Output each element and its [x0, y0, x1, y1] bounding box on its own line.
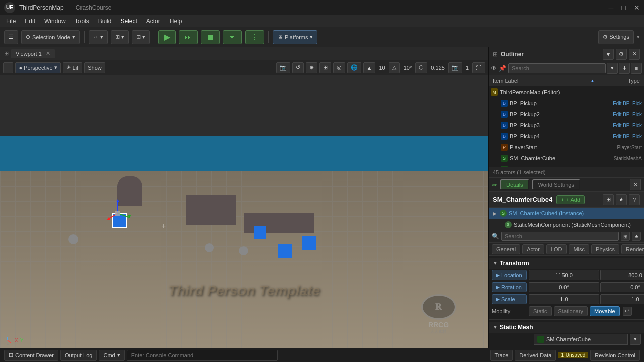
edit-link-bp1[interactable]: Edit BP_Pick — [613, 101, 642, 106]
details-help-btn[interactable]: ? — [629, 194, 640, 205]
outliner-settings-btn[interactable]: ⚙ — [616, 49, 627, 60]
platforms-button[interactable]: 🖥 Platforms ▾ — [273, 30, 317, 44]
camera-icon-btn[interactable]: 📷 — [276, 62, 290, 73]
show-button[interactable]: Show — [84, 62, 105, 73]
filter-misc-btn[interactable]: Misc — [569, 244, 589, 254]
play-stop-button[interactable]: ⏹ — [201, 30, 220, 44]
edit-link-bp3[interactable]: Edit BP_Pick — [613, 123, 642, 128]
play-more-button[interactable]: ⋮ — [245, 30, 264, 44]
edit-link-bp4[interactable]: Edit BP_Pick — [613, 134, 642, 139]
menu-edit[interactable]: Edit — [21, 17, 39, 26]
menu-build[interactable]: Build — [94, 17, 116, 26]
scale-y-input[interactable] — [600, 294, 644, 304]
menu-help[interactable]: Help — [166, 17, 186, 26]
outliner-row-bp2[interactable]: B BP_Pickup2 Edit BP_Pick — [489, 109, 644, 120]
vp-anim-btn[interactable]: ▲ — [363, 62, 376, 73]
world-settings-tab-button[interactable]: World Settings — [532, 179, 580, 190]
minimize-button[interactable]: ─ — [609, 4, 614, 12]
snapping-button[interactable]: ⊞ ▾ — [111, 30, 129, 44]
mobility-stationary-btn[interactable]: Stationary — [554, 306, 588, 316]
location-y-input[interactable] — [600, 270, 644, 280]
static-mesh-section-header[interactable]: ▼ Static Mesh — [489, 322, 644, 333]
details-grid-btn[interactable]: ⊞ — [603, 194, 614, 205]
outliner-row-sm2[interactable]: S SM_ChamferCube2 StaticMeshA — [489, 164, 644, 167]
hamburger-button[interactable]: ☰ — [4, 30, 18, 44]
trace-button[interactable]: Trace — [490, 350, 513, 361]
menu-actor[interactable]: Actor — [142, 17, 165, 26]
outliner-row-bp4[interactable]: B BP_Pickup4 Edit BP_Pick — [489, 131, 644, 142]
filter-physics-btn[interactable]: Physics — [591, 244, 619, 254]
vp-snap-btn[interactable]: ⊕ — [306, 62, 317, 73]
play-next-button[interactable]: ⏭ — [179, 30, 198, 44]
cmd-button[interactable]: Cmd ▾ — [99, 350, 124, 361]
outliner-close-btn[interactable]: ✕ — [629, 49, 640, 60]
outliner-search-settings[interactable]: ▾ — [607, 63, 618, 74]
sm-dropdown-btn[interactable]: ▾ — [630, 334, 641, 345]
outliner-eye-icon[interactable]: 👁 — [491, 65, 497, 72]
filter-actor-btn[interactable]: Actor — [522, 244, 544, 254]
edit-link-bp2[interactable]: Edit BP_Pick — [613, 112, 642, 117]
viewport-3d-canvas[interactable]: + Third Person Template 𝐑 RRCG 人人素材 — [0, 75, 488, 348]
camera-speed-btn[interactable]: 📷 — [448, 62, 462, 73]
content-drawer-button[interactable]: ⊞ Content Drawer — [4, 350, 58, 361]
menu-tools[interactable]: Tools — [71, 17, 93, 26]
details-star-btn[interactable]: ★ — [616, 194, 627, 205]
revision-control-button[interactable]: Revision Control — [590, 350, 640, 361]
details-search-input[interactable] — [501, 232, 619, 241]
outliner-filter-btn[interactable]: ▼ — [603, 49, 614, 60]
viewport-menu-button[interactable]: ≡ — [3, 62, 13, 73]
outliner-export-btn[interactable]: ⬇ — [619, 63, 630, 74]
location-label-btn[interactable]: ▶ Location — [492, 270, 527, 280]
scale-x-input[interactable] — [529, 294, 599, 304]
outliner-row-map[interactable]: M ThirdPersonMap (Editor) — [489, 86, 644, 98]
angle-grid-btn[interactable]: △ — [389, 62, 400, 73]
scale-label-btn[interactable]: ▶ Scale — [492, 294, 527, 304]
derived-data-button[interactable]: Derived Data — [515, 350, 556, 361]
rotate-btn[interactable]: ↺ — [292, 62, 304, 73]
outliner-row-playerstart[interactable]: P PlayerStart PlayerStart — [489, 142, 644, 153]
maximize-vp-btn[interactable]: ⛶ — [472, 62, 485, 73]
grid-button[interactable]: ⊡ ▾ — [132, 30, 150, 44]
location-x-input[interactable] — [529, 270, 599, 280]
menu-select[interactable]: Select — [116, 17, 141, 26]
play-down-button[interactable]: ⏷ — [223, 30, 242, 44]
mobility-movable-btn[interactable]: Movable — [590, 306, 620, 316]
details-close-button[interactable]: ✕ — [630, 179, 641, 190]
mobility-static-btn[interactable]: Static — [529, 306, 552, 316]
outliner-pin-icon[interactable]: 📌 — [499, 65, 506, 72]
filter-general-btn[interactable]: General — [492, 244, 520, 254]
filter-rendering-btn[interactable]: Rendering — [621, 244, 644, 254]
move-gizmo[interactable] — [103, 198, 133, 228]
scale-btn[interactable]: ⬡ — [415, 62, 427, 73]
rotation-y-input[interactable] — [600, 282, 644, 292]
outliner-config-btn[interactable]: ≡ — [631, 63, 642, 74]
selection-mode-button[interactable]: ⊕ Selection Mode ▾ — [21, 30, 80, 44]
viewport-close-icon[interactable]: ✕ — [46, 50, 50, 57]
rotation-x-input[interactable] — [529, 282, 599, 292]
details-pin-btn[interactable]: ★ — [632, 232, 641, 241]
add-component-button[interactable]: + + Add — [556, 195, 585, 204]
filter-lod-btn[interactable]: LOD — [546, 244, 567, 254]
outliner-row-bp3[interactable]: B BP_Pickup3 Edit BP_Pick — [489, 120, 644, 131]
perspective-button[interactable]: ● Perspective ▾ — [15, 62, 60, 73]
play-button[interactable]: ▶ — [158, 30, 176, 44]
output-log-button[interactable]: Output Log — [60, 350, 97, 361]
viewport-1-tab[interactable]: Viewport 1 ✕ — [11, 49, 55, 58]
outliner-search-input[interactable] — [508, 63, 606, 73]
vp-sphere-btn[interactable]: ◎ — [333, 62, 345, 73]
maximize-button[interactable]: □ — [622, 4, 626, 12]
close-button[interactable]: ✕ — [634, 4, 640, 12]
menu-file[interactable]: File — [2, 17, 20, 26]
menu-window[interactable]: Window — [40, 17, 70, 26]
outliner-row-bp1[interactable]: B BP_Pickup Edit BP_Pick — [489, 98, 644, 109]
vp-world-btn[interactable]: 🌐 — [347, 62, 361, 73]
lit-button[interactable]: ☀ Lit — [63, 62, 83, 73]
console-command-input[interactable] — [127, 350, 278, 361]
rotation-label-btn[interactable]: ▶ Rotation — [492, 282, 527, 292]
outliner-row-sm1[interactable]: S SM_ChamferCube StaticMeshA — [489, 153, 644, 164]
mobility-reset-btn[interactable]: ↩ — [623, 307, 632, 316]
vp-grid-btn[interactable]: ⊞ — [319, 62, 331, 73]
sm-value-display[interactable]: SM ChamferCube — [534, 334, 628, 345]
details-tab-button[interactable]: Details — [500, 179, 529, 190]
details-instance-row[interactable]: ▶ S SM_ChamferCube4 (Instance) — [489, 208, 644, 220]
